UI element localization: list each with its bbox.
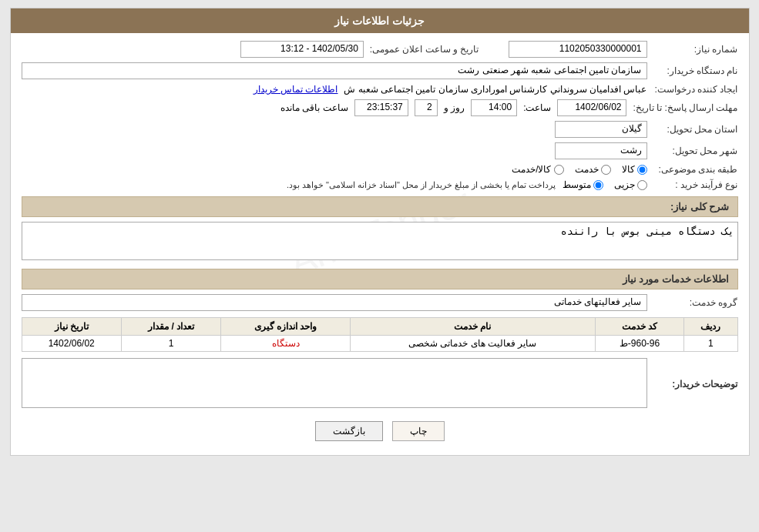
nooe-jozi-item[interactable]: جزیی <box>614 179 647 190</box>
services-table-head: ردیف کد خدمت نام خدمت واحد اندازه گیری ت… <box>22 318 737 336</box>
nooe-farayand-note: پرداخت تمام یا بخشی از مبلغ خریدار از مح… <box>287 180 556 190</box>
mohlet-baqi-label: ساعت باقی مانده <box>280 102 348 113</box>
cell-tedad: 1 <box>121 336 220 352</box>
mohlet-label: مهلت ارسال پاسخ: تا تاریخ: <box>633 102 737 113</box>
tosifat-label: توضیحات خریدار: <box>653 379 738 390</box>
ostan-value: گیلان <box>555 121 647 138</box>
tabaqe-kala-item[interactable]: کالا <box>622 164 647 175</box>
mohlet-baqi-value: 23:15:37 <box>354 99 408 116</box>
sharh-label: شرح کلی نیاز: <box>670 201 730 212</box>
tarikh-value: 1402/05/30 - 13:12 <box>240 41 364 58</box>
ijad-konande-row: ایجاد کننده درخواست: عباس افدامیان سروند… <box>22 84 738 95</box>
sharh-container: یک دستگاه مینی بوس با راننده <box>22 222 738 263</box>
cell-kod: 960-96-ط <box>595 336 684 352</box>
services-table: ردیف کد خدمت نام خدمت واحد اندازه گیری ت… <box>22 317 738 352</box>
tabaqe-radio-group: کالا خدمت کالا/خدمت <box>512 164 646 175</box>
tabaqe-kala-radio[interactable] <box>637 165 647 175</box>
shomara-niaz-label: شماره نیاز: <box>653 44 738 55</box>
grooh-khedmat-row: گروه خدمت: سایر فعالیتهای خدماتی <box>22 294 738 311</box>
ijad-konande-value: عباس افدامیان سرونداني کارشناس اموراداری… <box>344 84 646 95</box>
col-tedad: تعداد / مقدار <box>121 318 220 336</box>
services-table-header-row: ردیف کد خدمت نام خدمت واحد اندازه گیری ت… <box>22 318 737 336</box>
nooe-farayand-radio-group: جزیی متوسط <box>563 179 647 190</box>
col-kod: کد خدمت <box>595 318 684 336</box>
services-table-body: 1 960-96-ط سایر فعالیت های خدماتی شخصی د… <box>22 336 737 352</box>
page-header: جزئیات اطلاعات نیاز <box>11 8 749 33</box>
shahr-row: شهر محل تحویل: رشت <box>22 142 738 159</box>
col-radif: ردیف <box>684 318 737 336</box>
tarikh-label: تاریخ و ساعت اعلان عمومی: <box>370 44 479 55</box>
col-name: نام خدمت <box>350 318 595 336</box>
khadamat-header-title: اطلاعات خدمات مورد نیاز <box>623 273 730 285</box>
nooe-farayand-row: نوع فرآیند خرید : جزیی متوسط پرداخت تمام… <box>22 179 738 190</box>
sharh-section-header: شرح کلی نیاز: <box>22 196 738 217</box>
tabaqe-kala-khedmat-radio[interactable] <box>554 165 564 175</box>
services-table-section: ردیف کد خدمت نام خدمت واحد اندازه گیری ت… <box>22 317 738 352</box>
cell-name: سایر فعالیت های خدماتی شخصی <box>350 336 595 352</box>
sharh-textarea[interactable]: یک دستگاه مینی بوس با راننده <box>22 222 738 260</box>
nooe-motevaset-radio[interactable] <box>593 180 603 190</box>
ostan-label: استان محل تحویل: <box>653 124 738 135</box>
grooh-khedmat-value: سایر فعالیتهای خدماتی <box>22 294 647 311</box>
name-dastgah-row: نام دستگاه خریدار: سازمان تامین اجتماعی … <box>22 62 738 79</box>
cell-tarikh: 1402/06/02 <box>22 336 121 352</box>
ijad-konande-label: ایجاد کننده درخواست: <box>653 84 738 95</box>
shahr-label: شهر محل تحویل: <box>653 146 738 156</box>
nooe-motevaset-label: متوسط <box>563 179 591 190</box>
tosifat-row: توضیحات خریدار: <box>22 358 738 410</box>
cell-radif: 1 <box>684 336 737 352</box>
mohlet-row: مهلت ارسال پاسخ: تا تاریخ: 1402/06/02 سا… <box>22 99 738 116</box>
nooe-jozi-radio[interactable] <box>637 180 647 190</box>
tosifat-textarea[interactable] <box>22 358 647 408</box>
nooe-motevaset-item[interactable]: متوسط <box>563 179 603 190</box>
mohlet-rooz-value: 2 <box>415 99 438 116</box>
tabaqe-khedmat-radio[interactable] <box>601 165 611 175</box>
tabaqe-row: طبقه بندی موضوعی: کالا خدمت کالا/خدمت <box>22 164 738 175</box>
bazgasht-button[interactable]: بازگشت <box>315 421 383 441</box>
shomara-niaz-value: 1102050330000001 <box>509 41 647 58</box>
tosifat-container <box>22 358 647 410</box>
grooh-khedmat-label: گروه خدمت: <box>653 297 738 308</box>
shahr-value: رشت <box>555 142 647 159</box>
ettelaat-tamas-link[interactable]: اطلاعات تماس خریدار <box>254 84 338 95</box>
tabaqe-khedmat-label: خدمت <box>575 164 599 175</box>
col-vahed: واحد اندازه گیری <box>221 318 351 336</box>
khadamat-section-header: اطلاعات خدمات مورد نیاز <box>22 269 738 289</box>
mohlet-rooz-label: روز و <box>444 102 465 113</box>
buttons-row: چاپ بازگشت <box>22 421 738 441</box>
mohlet-saat-label: ساعت: <box>523 102 551 113</box>
tabaqe-kala-khedmat-label: کالا/خدمت <box>512 164 551 175</box>
tabaqe-kala-label: کالا <box>622 164 635 175</box>
nooe-farayand-label: نوع فرآیند خرید : <box>653 179 738 190</box>
nooe-jozi-label: جزیی <box>614 179 635 190</box>
name-dastgah-value: سازمان تامین اجتماعی شعبه شهر صنعتی رشت <box>22 62 647 79</box>
table-row: 1 960-96-ط سایر فعالیت های خدماتی شخصی د… <box>22 336 737 352</box>
tabaqe-kala-khedmat-item[interactable]: کالا/خدمت <box>512 164 563 175</box>
col-tarikh: تاریخ نیاز <box>22 318 121 336</box>
mohlet-saat-value: 14:00 <box>471 99 517 116</box>
cell-vahed: دستگاه <box>221 336 351 352</box>
chap-button[interactable]: چاپ <box>392 421 445 441</box>
page-title: جزئیات اطلاعات نیاز <box>334 15 425 27</box>
page-container: Ana Tender جزئیات اطلاعات نیاز شماره نیا… <box>10 8 750 456</box>
tabaqe-label: طبقه بندی موضوعی: <box>653 164 738 175</box>
name-dastgah-label: نام دستگاه خریدار: <box>653 65 738 76</box>
ostan-row: استان محل تحویل: گیلان <box>22 121 738 138</box>
main-content: شماره نیاز: 1102050330000001 تاریخ و ساع… <box>11 33 749 455</box>
mohlet-date: 1402/06/02 <box>557 99 626 116</box>
shomara-niaz-row: شماره نیاز: 1102050330000001 تاریخ و ساع… <box>22 41 738 58</box>
tabaqe-khedmat-item[interactable]: خدمت <box>575 164 611 175</box>
